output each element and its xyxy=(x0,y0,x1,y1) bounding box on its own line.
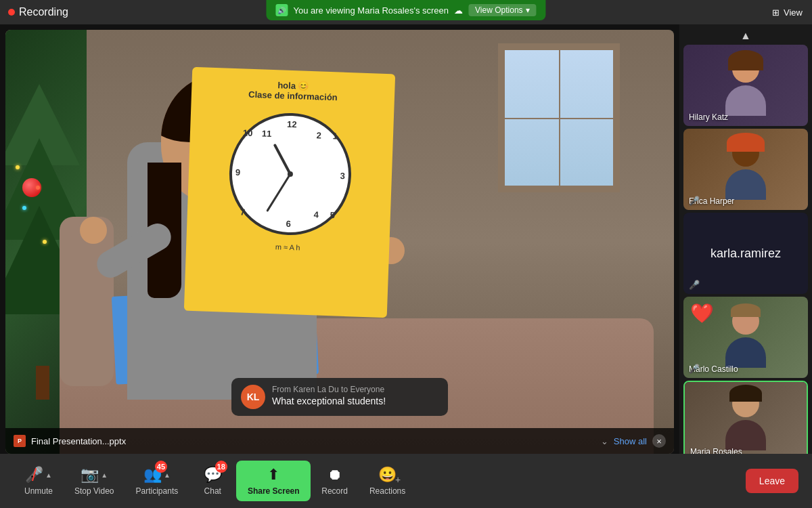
view-options-button[interactable]: View Options ▾ xyxy=(468,4,536,16)
hilary-avatar xyxy=(725,56,766,116)
hilary-head xyxy=(732,56,759,83)
grid-icon: ⊞ xyxy=(772,7,780,18)
cloud-icon: ☁ xyxy=(454,5,463,16)
window-bar-v xyxy=(559,50,560,186)
mic-slash: / xyxy=(25,466,43,484)
clock-num-7: 7 xyxy=(240,207,246,217)
chat-icon: 💬 18 xyxy=(204,466,222,484)
stop-video-button[interactable]: 📷 ▲ Stop Video xyxy=(64,461,125,501)
stop-video-chevron-icon: ▲ xyxy=(101,471,108,479)
view-options-label: View Options xyxy=(475,5,522,15)
clock-num-12: 12 xyxy=(287,119,297,129)
marlo-head xyxy=(732,308,759,335)
speaker-icon: 🔊 xyxy=(275,4,288,16)
close-video-bar-button[interactable]: × xyxy=(652,434,666,448)
hilary-name-label: Hilary Katz xyxy=(689,112,728,122)
participant-tile-karla: karla.ramirez 🎤 xyxy=(683,213,808,294)
reactions-label: Reactions xyxy=(369,486,405,496)
reactions-icon-area: 😀 + xyxy=(378,466,397,484)
clock-center xyxy=(288,171,293,177)
erica-avatar xyxy=(725,140,766,200)
expand-icon: ⌄ xyxy=(601,436,608,446)
bottom-toolbar: 🎤 / ▲ Unmute 📷 ▲ Stop Video 👥 45 ▲ Parti… xyxy=(0,454,812,508)
share-screen-icon-area: ⬆ xyxy=(267,466,279,484)
light-2 xyxy=(36,186,40,190)
clock-num-10: 10 xyxy=(243,128,253,138)
reactions-button[interactable]: 😀 + Reactions xyxy=(359,461,416,501)
participants-badge: 45 xyxy=(155,461,167,473)
chat-avatar: KL xyxy=(241,385,265,409)
clock-hour-hand xyxy=(273,144,292,175)
unmute-icon-area: 🎤 / ▲ xyxy=(25,466,52,484)
marlo-hair xyxy=(731,303,761,317)
maria-body xyxy=(725,420,766,450)
light-1 xyxy=(16,165,20,169)
participants-icon: 👥 45 xyxy=(143,466,162,484)
clock-minute-hand xyxy=(266,173,291,212)
video-bottom-bar: P Final Presentation...pptx ⌄ Show all × xyxy=(5,428,674,454)
participant-tile-erica: Erica Harper 🎤 xyxy=(683,129,808,210)
participants-label: Participants xyxy=(136,486,179,496)
record-label: Record xyxy=(321,486,348,496)
chat-avatar-initials: KL xyxy=(247,391,260,402)
maria-avatar xyxy=(725,390,766,450)
poster-bottom-text: m ≈ A h xyxy=(275,242,300,251)
clock-face: 12 1 3 5 6 7 9 10 11 2 4 xyxy=(227,111,353,237)
chevron-down-icon: ▾ xyxy=(526,5,530,15)
chat-content: From Karen La Du to Everyone What except… xyxy=(272,385,386,406)
record-button[interactable]: ⏺ Record xyxy=(311,461,359,501)
chat-button[interactable]: 💬 18 Chat xyxy=(189,461,236,501)
scroll-up-button[interactable]: ▲ xyxy=(683,30,808,42)
clock-num-11: 11 xyxy=(262,129,272,139)
reactions-icon: 😀 xyxy=(378,466,397,484)
chat-notification: KL From Karen La Du to Everyone What exc… xyxy=(231,378,448,416)
stop-video-icon-area: 📷 ▲ xyxy=(81,466,108,484)
unmute-button[interactable]: 🎤 / ▲ Unmute xyxy=(14,461,64,501)
top-bar: Recording 🔊 You are viewing Maria Rosale… xyxy=(0,0,812,24)
recording-indicator: Recording xyxy=(0,6,76,18)
chat-message: What exceptional students! xyxy=(272,396,386,406)
window xyxy=(498,43,620,192)
unmute-chevron-icon: ▲ xyxy=(45,471,52,479)
leave-button[interactable]: Leave xyxy=(746,469,798,493)
maria-bg xyxy=(685,382,807,454)
hilary-hair xyxy=(728,50,763,70)
participants-icon-area: 👥 45 ▲ xyxy=(143,466,171,484)
participant-tile-marlo: ❤️ Marlo Castillo 🎤 xyxy=(683,297,808,378)
tree-trunk xyxy=(36,366,49,400)
share-screen-label: Share Screen xyxy=(248,486,300,496)
show-all-button[interactable]: Show all xyxy=(614,436,647,446)
chat-label: Chat xyxy=(204,486,221,496)
poster-title: hola 😊Clase de información xyxy=(248,79,338,103)
share-screen-button[interactable]: ⬆ Share Screen xyxy=(236,461,311,501)
maria-hair xyxy=(729,385,762,402)
hilary-body xyxy=(725,85,766,116)
camera-icon: 📷 xyxy=(81,466,99,484)
marlo-avatar xyxy=(725,308,766,368)
mic-muted-icon: 🎤 / xyxy=(25,466,43,484)
participants-chevron-icon: ▲ xyxy=(164,471,171,479)
participants-button[interactable]: 👥 45 ▲ Participants xyxy=(125,461,189,501)
clock-num-3: 3 xyxy=(340,171,345,181)
share-screen-icon: ⬆ xyxy=(267,466,279,484)
participant-tile-hilary: Hilary Katz xyxy=(683,45,808,126)
girl-left-hand xyxy=(80,217,107,244)
yellow-poster: hola 😊Clase de información 12 1 3 5 6 7 … xyxy=(184,67,395,318)
recording-dot xyxy=(8,9,15,16)
clock-num-9: 9 xyxy=(235,167,241,177)
screen-share-banner: 🔊 You are viewing Maria Rosales's screen… xyxy=(266,0,545,20)
clock-num-5: 5 xyxy=(330,210,335,220)
recording-label: Recording xyxy=(19,6,68,18)
erica-mic-icon: 🎤 xyxy=(689,196,700,206)
clock-num-2: 2 xyxy=(316,130,321,140)
screen-share-text: You are viewing Maria Rosales's screen xyxy=(293,5,449,16)
heart-reaction: ❤️ xyxy=(690,302,714,324)
view-button[interactable]: ⊞ View xyxy=(763,7,812,18)
maria-head xyxy=(732,390,759,417)
light-3 xyxy=(22,206,26,210)
light-4 xyxy=(43,240,47,244)
reactions-plus-icon: + xyxy=(395,474,401,485)
view-label: View xyxy=(784,7,803,18)
unmute-label: Unmute xyxy=(24,486,53,496)
main-video-container: hola 😊Clase de información 12 1 3 5 6 7 … xyxy=(0,24,679,454)
